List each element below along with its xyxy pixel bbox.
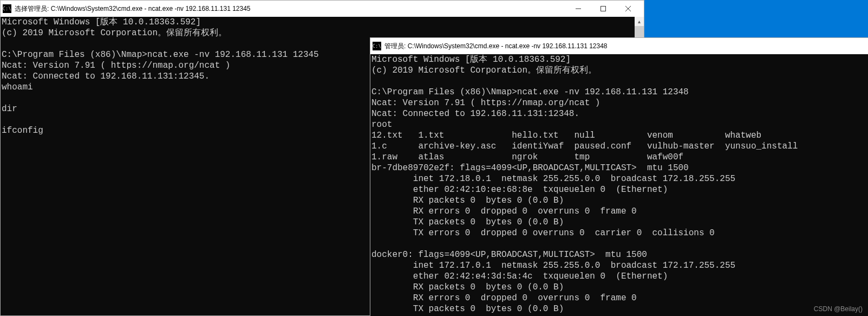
cmd-window-2: C:\ 管理员: C:\Windows\System32\cmd.exe - n… (370, 37, 868, 316)
window-title-2: 管理员: C:\Windows\System32\cmd.exe - ncat.… (384, 42, 608, 51)
scroll-up-icon[interactable]: ▴ (635, 17, 644, 26)
cmd-icon: C:\ (373, 42, 381, 50)
window-title-1: 选择管理员: C:\Windows\System32\cmd.exe - nca… (15, 4, 251, 14)
cmd-icon: C:\ (3, 4, 11, 13)
maximize-button[interactable] (591, 1, 616, 17)
watermark: CSDN @Beilay() (814, 305, 863, 313)
minimize-button[interactable] (566, 1, 591, 17)
titlebar-2[interactable]: C:\ 管理员: C:\Windows\System32\cmd.exe - n… (370, 38, 868, 54)
window-controls-1 (566, 1, 641, 17)
svg-rect-1 (601, 7, 606, 11)
close-button[interactable] (616, 1, 641, 17)
terminal-output-2[interactable]: Microsoft Windows [版本 10.0.18363.592] (c… (370, 54, 868, 316)
titlebar-1[interactable]: C:\ 选择管理员: C:\Windows\System32\cmd.exe -… (1, 1, 644, 17)
